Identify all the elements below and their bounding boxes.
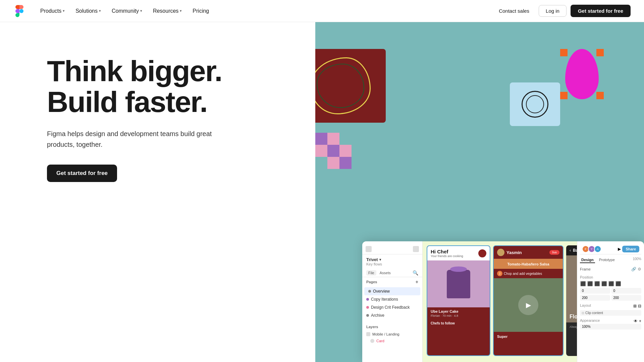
yasmin-name: Yasmin (506, 250, 522, 255)
canvas-frame-florian: ‹ Back Florian ✓ Friends Always choosing… (566, 245, 577, 356)
page-dot-icon (366, 306, 369, 309)
yasmin-avatar (497, 249, 504, 256)
chevron-community-icon: ▾ (140, 9, 142, 13)
project-name: Trivet ▾ (366, 257, 418, 262)
checker-cell (315, 145, 327, 157)
florian-overlay: Florian (570, 314, 577, 320)
layer-mobile-landing[interactable]: Mobile / Landing (362, 331, 422, 338)
nav-resources[interactable]: Resources ▾ (149, 5, 186, 17)
get-started-hero-button[interactable]: Get started for free (47, 165, 117, 182)
checker-cell (327, 145, 339, 157)
avatar-3: A (594, 245, 601, 253)
spiral-shape (522, 91, 548, 118)
page-design-crit[interactable]: Design Crit Feedback (362, 303, 422, 311)
h-input[interactable] (611, 295, 642, 301)
design-checker-card (315, 133, 352, 169)
layer-card[interactable]: Card (362, 338, 422, 344)
editor-toolbar (362, 244, 422, 254)
editor-mockup: Trivet ▾ Key flows File Assets 🔍 Pages + (362, 241, 644, 362)
add-page-icon[interactable]: + (416, 279, 418, 285)
checker-cell (339, 145, 352, 157)
align-left-icon[interactable]: ⬛ (580, 281, 586, 287)
back-icon[interactable]: ‹ (570, 248, 571, 253)
align-right-icon[interactable]: ⬛ (594, 281, 600, 287)
hero-title: Think bigger. Build faster. (47, 56, 315, 118)
layers-section: Layers Mobile / Landing Card (362, 323, 422, 344)
hero-section: Think bigger. Build faster. Figma helps … (0, 22, 644, 362)
pink-blob-shape (565, 49, 599, 99)
align-top-icon[interactable]: ⬛ (601, 281, 607, 287)
super-label: Super (494, 332, 563, 341)
page-dot-icon (366, 314, 369, 317)
layout-icon[interactable] (413, 246, 419, 252)
nav-pricing[interactable]: Pricing (189, 5, 213, 17)
appearance-label: Appearance (580, 318, 600, 322)
cake-label-area: Ube Layer Cake Florian · 70 min · 4.8 (427, 307, 490, 319)
editor-left-panel: Trivet ▾ Key flows File Assets 🔍 Pages + (362, 241, 423, 362)
align-bottom-icon[interactable]: ⬛ (615, 281, 621, 287)
tab-assets[interactable]: Assets (378, 270, 393, 276)
editor-canvas: Hi Chef Your friends are cooking Ube Lay… (423, 241, 577, 362)
play-button[interactable]: ▶ (518, 295, 538, 315)
page-dot-icon (368, 290, 371, 293)
share-button[interactable]: Share (622, 246, 639, 252)
menu-icon[interactable] (366, 246, 372, 252)
frame1-avatar (478, 249, 486, 257)
clip-content-icon: □ (582, 311, 584, 315)
position-label: Position (580, 275, 641, 279)
orange-square-br (596, 92, 604, 99)
frame-settings-icon[interactable]: ⚙ (638, 267, 641, 272)
page-archive[interactable]: Archive (362, 311, 422, 319)
clip-content-row[interactable]: □ Clip content (580, 310, 641, 316)
log-in-button[interactable]: Log in (539, 5, 567, 17)
right-toolbar: F Y A ▶ Share (580, 244, 641, 254)
nav-community[interactable]: Community ▾ (108, 5, 146, 17)
get-started-nav-button[interactable]: Get started for free (571, 5, 631, 17)
play-icon[interactable]: ▶ (618, 247, 621, 251)
editor-right-panel: F Y A ▶ Share Design Prototype 100% (577, 241, 644, 362)
florian-photo: Florian ✓ Friends (566, 255, 577, 322)
blob-yellow-shape (315, 57, 371, 114)
x-input[interactable] (580, 288, 610, 294)
florian-bio-text: Always choosing garlic (570, 325, 577, 328)
pages-list: Overview Copy Iterations Design Crit Fee… (362, 287, 422, 320)
checker-cell (339, 133, 352, 145)
design-blob-card (315, 49, 386, 123)
panel-tab-prototype[interactable]: Prototype (598, 257, 616, 263)
frame-link-icon[interactable]: 🔗 (631, 267, 636, 272)
step-text: Chop and add vegetables (504, 272, 542, 276)
tab-file[interactable]: File (366, 270, 376, 276)
align-center-v-icon[interactable]: ⬛ (608, 281, 614, 287)
w-input[interactable] (580, 295, 610, 301)
canvas-frame-yasmin: Yasmin live Tomato-Habañero Salsa 2 Chop… (493, 245, 564, 356)
orange-square-tr (596, 49, 604, 56)
component-icon (370, 339, 374, 343)
panel-tab-design[interactable]: Design (580, 257, 595, 263)
opacity-row (580, 324, 641, 329)
navbar: Products ▾ Solutions ▾ Community ▾ Resou… (0, 0, 644, 22)
nav-solutions[interactable]: Solutions ▾ (71, 5, 105, 17)
layout-flex-icon[interactable]: ⊟ (638, 304, 641, 308)
step-label: 2 Chop and add vegetables (494, 269, 563, 278)
align-center-h-icon[interactable]: ⬛ (587, 281, 593, 287)
visibility-icon[interactable]: 👁 (634, 319, 638, 323)
frame1-sub: Your friends are cooking (431, 254, 463, 258)
layout-grid-icon[interactable]: ⊞ (633, 304, 637, 308)
nav-products[interactable]: Products ▾ (36, 5, 69, 17)
opacity-input[interactable] (580, 324, 641, 329)
orange-square-tl (560, 49, 568, 56)
contact-sales-link[interactable]: Contact sales (493, 5, 535, 16)
panel-tabs: Design Prototype 100% (580, 257, 641, 263)
chefs-label: Chefs to follow (427, 319, 490, 327)
layout-label: Layout (580, 303, 591, 307)
page-copy-iterations[interactable]: Copy Iterations (362, 295, 422, 303)
y-input[interactable] (611, 288, 642, 294)
effects-icon[interactable]: + (639, 319, 641, 323)
figma-logo[interactable] (13, 5, 25, 17)
page-overview[interactable]: Overview (364, 287, 420, 295)
pages-section-header: Pages + (362, 277, 422, 287)
search-icon[interactable]: 🔍 (413, 270, 418, 276)
frame-section: Frame 🔗 ⚙ (580, 266, 641, 273)
recipe-title: Tomato-Habañero Salsa (494, 259, 563, 269)
frame-label: Frame (580, 267, 591, 271)
